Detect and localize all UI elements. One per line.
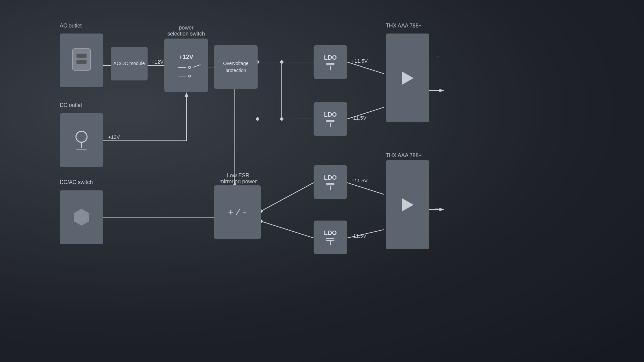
svg-point-7 <box>280 60 283 64</box>
ldo2-block: LDO <box>314 102 347 136</box>
svg-line-21 <box>347 183 384 194</box>
svg-line-17 <box>347 62 384 74</box>
play-icon-1 <box>402 71 414 85</box>
svg-rect-31 <box>76 60 87 64</box>
switch-line-1 <box>178 66 201 69</box>
switch-voltage: +12V <box>179 54 194 61</box>
svg-marker-20 <box>439 89 444 92</box>
plug-icon <box>70 47 93 74</box>
ac-outlet-block <box>60 34 103 87</box>
svg-line-14 <box>261 221 314 238</box>
svg-point-8 <box>280 117 283 121</box>
low-esr-symbol: + ⁄ - <box>228 207 247 218</box>
ldo4-block: LDO <box>314 221 347 254</box>
ldo3-symbol <box>326 183 334 190</box>
ldo4-voltage: -11.5V <box>352 233 366 239</box>
switch-contacts <box>171 66 201 77</box>
overvoltage-label: Overvoltageprotection <box>223 60 248 74</box>
low-esr-block: + ⁄ - <box>214 185 261 239</box>
diagram: AC outlet AC/DC module +12V powerselecti… <box>0 0 644 362</box>
power-switch-block: +12V <box>164 39 208 92</box>
dc-outlet-block <box>60 113 103 167</box>
thx1-output-arrow: → <box>434 53 439 59</box>
hexagon-icon <box>74 209 89 226</box>
thx2-output-arrow: → <box>434 205 439 211</box>
ldo3-label: LDO <box>324 174 337 181</box>
ldo2-label: LDO <box>324 111 337 118</box>
dc-outlet-icon <box>75 131 88 149</box>
svg-marker-11 <box>184 92 189 97</box>
ldo1-label: LDO <box>324 54 337 61</box>
ldo1-symbol <box>326 63 334 70</box>
svg-line-13 <box>261 183 314 211</box>
ldo2-voltage: -11.5V <box>352 115 366 121</box>
play-icon-2 <box>402 198 414 212</box>
thx2-block <box>386 160 429 249</box>
overvoltage-block: Overvoltageprotection <box>214 45 258 89</box>
svg-point-26 <box>256 117 259 121</box>
thx2-label: THX AAA 788+ <box>386 153 422 159</box>
dc-outlet-voltage: +12V <box>108 134 120 140</box>
thx1-label: THX AAA 788+ <box>386 23 422 29</box>
low-esr-label: Low ESRmirroring power <box>211 173 265 185</box>
voltage-acdc-label: +12V <box>152 59 163 65</box>
ldo1-voltage: +11.5V <box>352 58 368 64</box>
acdc-module-label: AC/DC module <box>113 60 145 67</box>
dc-outlet-label: DC outlet <box>60 102 82 108</box>
svg-rect-29 <box>72 49 91 70</box>
ldo4-label: LDO <box>324 230 337 237</box>
ldo3-block: LDO <box>314 165 347 199</box>
svg-marker-24 <box>439 208 444 211</box>
ac-outlet-label: AC outlet <box>60 23 82 29</box>
dcac-switch-block <box>60 190 103 244</box>
switch-line-2 <box>178 75 191 77</box>
power-switch-label: powerselection switch <box>164 25 208 37</box>
thx1-block <box>386 34 429 122</box>
svg-rect-30 <box>76 54 87 58</box>
acdc-module-block: AC/DC module <box>111 47 148 80</box>
ldo1-block: LDO <box>314 45 347 79</box>
dcac-switch-label: DC/AC switch <box>60 179 93 185</box>
ldo2-symbol <box>326 120 334 127</box>
ldo4-symbol <box>326 238 334 245</box>
ldo3-voltage: +11.5V <box>352 178 368 183</box>
